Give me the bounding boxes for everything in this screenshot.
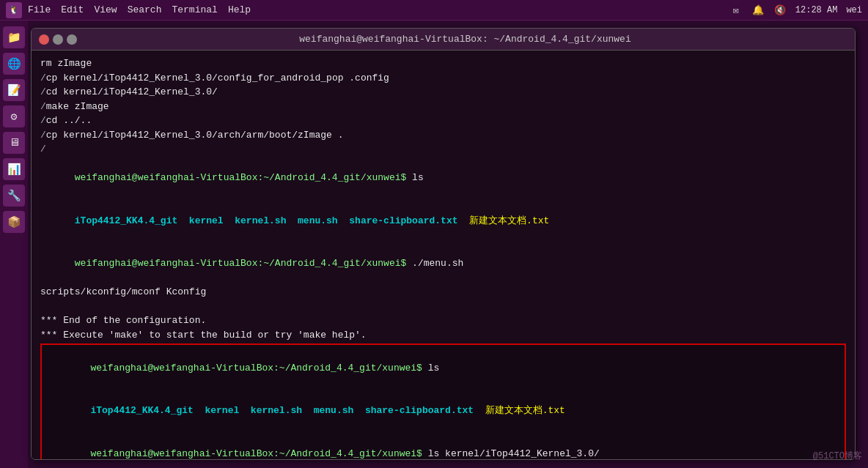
menu-bar: File Edit View Search Terminal Help	[28, 4, 251, 15]
side-dock: 📁 🌐 📝 ⚙ 🖥 📊 🔧 📦	[0, 21, 28, 468]
title-bar: weifanghai@weifanghai-VirtualBox: ~/Andr…	[32, 29, 855, 51]
taskbar-left: 🐧 File Edit View Search Terminal Help	[6, 2, 251, 18]
clock: 12:28 AM	[795, 5, 838, 15]
slash-line-1: /	[40, 142, 846, 157]
app-icon[interactable]: 🐧	[6, 2, 22, 18]
taskbar: 🐧 File Edit View Search Terminal Help ✉ …	[0, 0, 868, 21]
minimize-button[interactable]	[53, 34, 63, 45]
ls-output-box: iTop4412_KK4.4_git kernel kernel.sh menu…	[45, 390, 842, 433]
window-title: weifanghai@weifanghai-VirtualBox: ~/Andr…	[83, 34, 847, 45]
prompt-ls-box: weifanghai@weifanghai-VirtualBox:~/Andro…	[45, 346, 842, 390]
volume-icon[interactable]: 🔇	[773, 4, 787, 17]
dock-icon-7[interactable]: 🔧	[3, 185, 25, 207]
dock-icon-6[interactable]: 📊	[3, 158, 25, 180]
highlight-section: weifanghai@weifanghai-VirtualBox:~/Andro…	[40, 343, 846, 459]
menu-terminal[interactable]: Terminal	[172, 4, 217, 15]
taskbar-right: ✉ 🔔 🔇 12:28 AM wei	[729, 4, 862, 17]
ls-output-1: iTop4412_KK4.4_git kernel kernel.sh menu…	[40, 199, 846, 242]
cmd-cd2: /cd ../..	[40, 114, 846, 128]
menu-help[interactable]: Help	[228, 4, 251, 15]
dock-icon-5[interactable]: 🖥	[3, 132, 25, 154]
scripts-line: scripts/kconfig/mconf Kconfig	[40, 285, 846, 300]
watermark: @51CTO博客	[813, 450, 862, 462]
cmd-cp2: /cp kernel/iTop4412_Kernel_3.0/arch/arm/…	[40, 128, 846, 143]
dock-icon-8[interactable]: 📦	[3, 211, 25, 233]
cmd-make: /make zImage	[40, 100, 846, 114]
dock-icon-3[interactable]: 📝	[3, 79, 25, 101]
config-end1: *** End of the configuration.	[40, 313, 846, 328]
config-end2: *** Execute 'make' to start the build or…	[40, 328, 846, 343]
menu-file[interactable]: File	[28, 4, 51, 15]
maximize-button[interactable]	[67, 34, 77, 45]
email-icon[interactable]: ✉	[729, 4, 743, 17]
window-controls	[39, 34, 77, 45]
menu-edit[interactable]: Edit	[61, 4, 84, 15]
dock-icon-2[interactable]: 🌐	[3, 53, 25, 75]
cmd-rm: rm zImage	[40, 56, 846, 71]
prompt-ls1: weifanghai@weifanghai-VirtualBox:~/Andro…	[40, 157, 846, 200]
blank1	[40, 300, 846, 314]
cmd-cp1: /cp kernel/iTop4412_Kernel_3.0/config_fo…	[40, 71, 846, 86]
cmd-cd1: /cd kernel/iTop4412_Kernel_3.0/	[40, 85, 846, 100]
dock-icon-4[interactable]: ⚙	[3, 105, 25, 127]
prompt-menu: weifanghai@weifanghai-VirtualBox:~/Andro…	[40, 242, 846, 286]
menu-search[interactable]: Search	[128, 4, 162, 15]
user-label: wei	[846, 5, 862, 15]
notification-icon[interactable]: 🔔	[751, 4, 765, 17]
prompt-ls-kernel: weifanghai@weifanghai-VirtualBox:~/Andro…	[45, 432, 842, 459]
close-button[interactable]	[39, 34, 49, 45]
dock-icon-1[interactable]: 📁	[3, 26, 25, 48]
terminal-body[interactable]: rm zImage /cp kernel/iTop4412_Kernel_3.0…	[32, 51, 855, 459]
terminal-window: weifanghai@weifanghai-VirtualBox: ~/Andr…	[31, 28, 856, 460]
menu-view[interactable]: View	[94, 4, 117, 15]
